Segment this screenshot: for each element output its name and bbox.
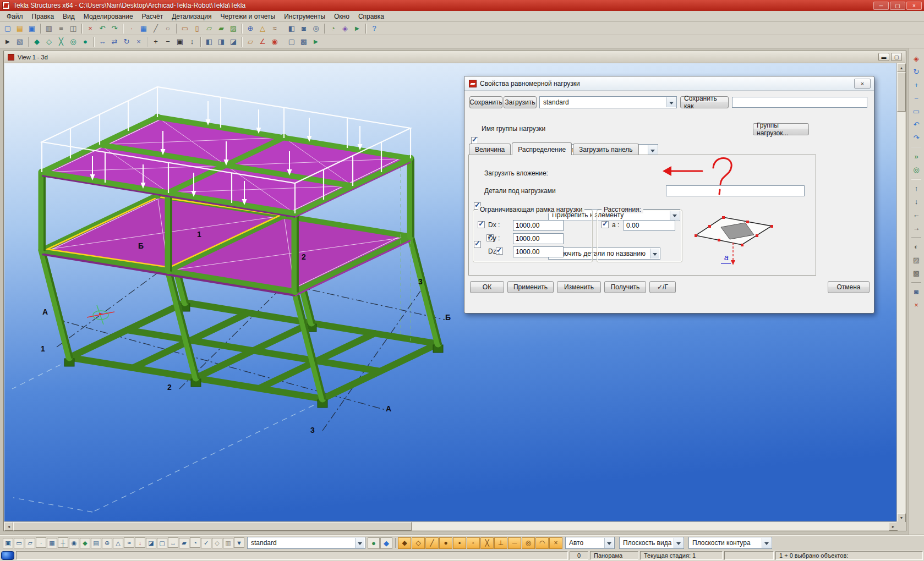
dialog-titlebar[interactable]: Свойства равномерной нагрузки [464, 76, 874, 91]
load-groups-button[interactable]: Группы нагрузок... [753, 123, 809, 135]
snap-endpoint-icon[interactable]: ◆ [31, 36, 43, 47]
apply-button[interactable]: Применить [507, 281, 554, 293]
weld-icon[interactable]: △ [256, 23, 269, 34]
select-parts-icon[interactable]: ▭ [14, 538, 24, 548]
select-loads-icon[interactable]: ↓ [135, 537, 145, 548]
redraw-icon[interactable]: ◐ [910, 241, 922, 252]
tab-distribution[interactable]: Распределение [512, 142, 572, 155]
zoom-select-icon[interactable]: ◎ [310, 23, 322, 34]
dz-input[interactable] [513, 246, 564, 257]
area-select-icon[interactable]: ▧ [14, 36, 26, 47]
construction-circle-icon[interactable]: ○ [162, 23, 174, 34]
snap-tangent-icon[interactable]: ◠ [535, 537, 549, 549]
pan-icon[interactable]: ↕ [186, 36, 198, 47]
snap-lines-icon[interactable]: ─ [508, 537, 521, 549]
view-3d-icon[interactable]: ◪ [227, 36, 239, 47]
select-grid-lines-icon[interactable]: ┼ [58, 537, 68, 548]
select-cursor-icon[interactable]: ► [2, 36, 14, 47]
vertical-scrollbar[interactable]: ▲ ▼ [896, 63, 905, 522]
select-joints-icon[interactable]: ◉ [69, 538, 79, 548]
fit-view-icon[interactable]: ▣ [174, 36, 186, 47]
minimize-button[interactable]: ─ [873, 2, 889, 10]
save-as-button[interactable]: Сохранить как [680, 96, 729, 108]
run-icon[interactable]: ► [310, 36, 322, 47]
redo-icon[interactable]: ↷ [108, 23, 121, 34]
view-top-icon[interactable]: ◨ [215, 36, 227, 47]
interrupt-icon[interactable]: × [84, 23, 96, 34]
render-icon[interactable]: ▩ [298, 36, 310, 47]
phases-icon[interactable]: ◔ [327, 23, 339, 34]
workplane-icon[interactable]: ▱ [244, 36, 256, 47]
undo-icon[interactable]: ↶ [96, 23, 108, 34]
select-all-icon[interactable]: ▣ [3, 538, 13, 548]
zoom-out-tool-icon[interactable]: − [910, 92, 922, 104]
zoom-in-tool-icon[interactable]: + [910, 79, 922, 91]
select-grids-icon[interactable]: ▦ [47, 538, 57, 548]
dx-input[interactable] [513, 220, 564, 231]
beam-icon[interactable]: ▭ [179, 23, 191, 34]
clash-check-icon[interactable]: ◉ [269, 36, 281, 47]
pan-right-icon[interactable]: → [910, 222, 922, 234]
select-assemblies-icon[interactable]: ▤ [91, 538, 101, 548]
snap-geometry-lines-icon[interactable]: ◇ [412, 537, 425, 549]
report-icon[interactable]: ≡ [55, 23, 67, 34]
view-titlebar[interactable]: View 1 - 3d ▬ ▢ [4, 51, 905, 63]
horizontal-scrollbar[interactable]: ◄ ► [4, 521, 898, 530]
copy-icon[interactable]: ⇄ [108, 36, 121, 47]
rotate-view-icon[interactable]: ↻ [910, 66, 922, 78]
selection-filter-combobox[interactable]: standard [247, 537, 365, 549]
select-tasks-icon[interactable]: ✓ [201, 538, 211, 548]
select-objects-in-assemblies-icon[interactable]: ▥ [223, 538, 233, 548]
previous-view-icon[interactable]: ↶ [910, 119, 922, 130]
select-distances-icon[interactable]: ↔ [168, 537, 178, 548]
select-rebar-icon[interactable]: ≈ [124, 537, 134, 548]
zoom-window-icon[interactable]: ▭ [910, 106, 922, 117]
column-icon[interactable]: ▯ [191, 23, 203, 34]
select-switch-icon[interactable]: ◈ [910, 53, 922, 64]
snap-nearest-icon[interactable]: ╱ [425, 537, 439, 549]
scroll-left-button[interactable]: ◄ [4, 522, 13, 531]
menu-item[interactable]: Моделирование [79, 12, 138, 21]
plate-icon[interactable]: ▱ [203, 23, 215, 34]
wireframe-icon[interactable]: ▨ [910, 254, 922, 266]
select-welds-icon[interactable]: △ [113, 538, 123, 548]
ok-button[interactable]: ОК [470, 281, 504, 293]
save-as-name-input[interactable] [732, 97, 867, 108]
snap-intersection-icon[interactable]: ╳ [55, 36, 67, 47]
fly-icon[interactable]: » [910, 151, 922, 162]
create-view-icon[interactable]: ▢ [286, 36, 298, 47]
menu-item[interactable]: Детализация [167, 12, 216, 21]
snap-intersections-icon[interactable]: ╳ [480, 537, 494, 549]
shaded-icon[interactable]: ▩ [910, 267, 922, 279]
dx-checkbox[interactable] [478, 221, 485, 228]
snap-center-icon[interactable]: ◎ [67, 36, 79, 47]
view-front-icon[interactable]: ◧ [203, 36, 215, 47]
bolt-icon[interactable]: ⊕ [244, 23, 256, 34]
load-button[interactable]: Загрузить [504, 96, 537, 108]
snap-any-position-icon[interactable]: ● [439, 537, 452, 549]
grid-icon[interactable]: ▦ [138, 23, 150, 34]
scroll-down-button[interactable]: ▼ [897, 513, 906, 522]
panel-icon[interactable]: ▨ [227, 23, 239, 34]
select-surfaces-icon[interactable]: ▱ [25, 538, 35, 548]
slab-icon[interactable]: ▰ [215, 23, 227, 34]
new-model-icon[interactable]: ▢ [2, 23, 14, 34]
select-views-icon[interactable]: ▢ [157, 538, 167, 548]
menu-item[interactable]: Инструменты [280, 12, 330, 21]
snap-depth-combobox[interactable]: Авто [565, 537, 615, 549]
select-objects-in-components-icon[interactable]: ◇ [212, 538, 222, 548]
help-icon[interactable]: ? [368, 23, 380, 34]
snap-midpoint-icon[interactable]: ◇ [43, 36, 55, 47]
horizontal-scroll-thumb[interactable] [13, 522, 412, 531]
view-list-icon[interactable]: ◧ [286, 23, 298, 34]
get-button[interactable]: Получить [604, 281, 646, 293]
select-phases-icon[interactable]: ◔ [190, 537, 200, 548]
properties-icon[interactable]: ▥ [43, 23, 55, 34]
macros-icon[interactable]: ► [351, 23, 363, 34]
tab-load-panel[interactable]: Загрузить панель [573, 144, 638, 155]
menu-item[interactable]: Окно [330, 12, 354, 21]
profile-combobox[interactable]: standard [539, 96, 677, 108]
pan-left-icon[interactable]: ← [910, 209, 922, 221]
snap-mid-points-icon[interactable]: ◦ [467, 537, 480, 549]
snap-end-points-icon[interactable]: ▪ [453, 537, 466, 549]
